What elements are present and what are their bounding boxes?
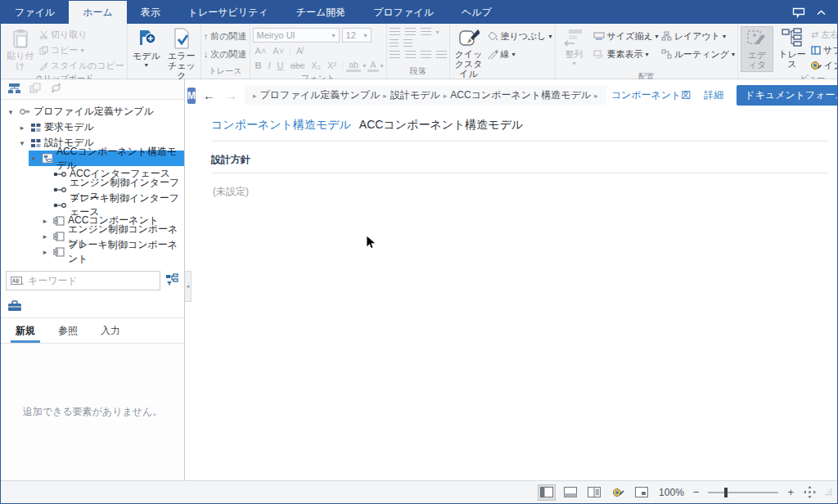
menu-tab-6[interactable]: ヘルプ xyxy=(448,1,506,24)
element-display-button[interactable]: 要素表示▾ xyxy=(593,47,659,61)
align-elements-button[interactable]: 整列 ▾ xyxy=(558,26,591,70)
trace-view-icon xyxy=(782,28,803,49)
palette-tab-2[interactable]: 入力 xyxy=(91,318,130,343)
paste-button[interactable]: 貼り付け xyxy=(4,26,37,72)
document-form-view-button[interactable]: ドキュメントフォーム xyxy=(737,85,838,106)
zoom-in-button[interactable]: + xyxy=(787,486,794,498)
minimap-toggle-button[interactable] xyxy=(633,485,650,500)
expander-icon[interactable]: ▾ xyxy=(29,155,38,163)
feedback-icon[interactable] xyxy=(792,7,805,18)
model-tree-icon[interactable] xyxy=(7,83,21,97)
fit-to-view-button[interactable] xyxy=(801,485,818,500)
search-box[interactable] xyxy=(6,271,160,290)
next-relation-button[interactable]: ↓ 次の関連 xyxy=(204,47,247,61)
ribbon-group-clipboard: 貼り付け 切り取り コピー▾ スタイルのコピー xyxy=(2,25,128,79)
italic-button[interactable]: I xyxy=(266,61,273,70)
fill-button[interactable]: 塗りつぶし▾ xyxy=(488,29,552,43)
forward-button[interactable]: → xyxy=(223,88,240,102)
back-button[interactable]: ← xyxy=(200,88,218,102)
tree-item[interactable]: ブレーキ制御インターフェース xyxy=(1,197,184,213)
inspector-button[interactable]: インスペクタ xyxy=(811,59,838,72)
font-color-button[interactable]: A xyxy=(367,60,378,72)
highlight-color-button[interactable]: ab xyxy=(346,60,361,72)
model-button[interactable]: モデル ▾ xyxy=(130,26,163,72)
clear-format-button[interactable]: A̸ xyxy=(294,46,304,56)
expander-icon[interactable]: ▸ xyxy=(40,232,50,241)
resize-grip[interactable] xyxy=(825,487,832,498)
align-justify-icon[interactable] xyxy=(436,51,447,59)
bullet-list-icon[interactable] xyxy=(390,28,400,36)
subscript-button[interactable]: X₂ xyxy=(309,61,323,70)
shrink-font-button[interactable]: A˅ xyxy=(270,46,286,56)
swap-lr-button[interactable]: ⇄ 左右を入れ替え xyxy=(811,28,838,41)
size-align-button[interactable]: サイズ揃え▾ xyxy=(593,29,659,43)
collapse-ribbon-icon[interactable] xyxy=(817,10,826,16)
decrease-indent-icon[interactable] xyxy=(390,39,399,47)
style-copy-button[interactable]: スタイルのコピー xyxy=(39,59,124,72)
breadcrumb-item-1[interactable]: 設計モデル xyxy=(390,88,440,102)
menu-tab-1[interactable]: ホーム xyxy=(69,1,127,24)
menu-tab-3[interactable]: トレーサビリティ xyxy=(174,1,282,24)
editor-view-button[interactable]: エディタ xyxy=(741,26,773,72)
font-size-select[interactable]: 12▾ xyxy=(342,28,372,43)
expander-icon[interactable]: ▸ xyxy=(17,124,27,132)
zoom-out-button[interactable]: − xyxy=(693,486,700,498)
tree-item[interactable]: ▾ACCコンポーネント構造モデル xyxy=(1,151,184,166)
breadcrumb-separator: ▸ xyxy=(444,92,448,100)
unset-value[interactable]: (未設定) xyxy=(213,185,837,199)
zoom-slider-handle[interactable] xyxy=(724,488,728,497)
strikethrough-button[interactable]: abc xyxy=(288,61,308,70)
tree-item[interactable]: ▸要求モデル xyxy=(1,119,184,135)
editor-icon xyxy=(746,29,768,50)
increase-indent-icon[interactable] xyxy=(403,39,412,47)
ribbon-group-view: エディタ トレース ⇄ 左右を入れ替え サブエディタ xyxy=(738,25,838,79)
view-link-1[interactable]: 詳細 xyxy=(704,88,723,102)
splitter-collapse-handle[interactable]: ◂ xyxy=(185,271,191,302)
sync-icon[interactable] xyxy=(50,83,62,96)
superscript-button[interactable]: X² xyxy=(325,61,339,70)
align-center-icon[interactable] xyxy=(405,51,416,59)
filter-model-icon[interactable] xyxy=(164,273,179,289)
line-button[interactable]: 線▾ xyxy=(488,47,552,61)
inspector-toggle-button[interactable] xyxy=(610,485,626,500)
underline-button[interactable]: U xyxy=(275,61,286,70)
duplicate-icon[interactable] xyxy=(29,83,42,96)
tree-item[interactable]: ▾プロファイル定義サンプル xyxy=(1,104,184,119)
breadcrumb-item-2[interactable]: ACCコンポーネント構造モデル xyxy=(450,88,591,102)
layout-button[interactable]: レイアウト▾ xyxy=(661,29,735,43)
align-right-icon[interactable] xyxy=(421,51,431,59)
expander-icon[interactable]: ▸ xyxy=(40,248,50,256)
align-left-icon[interactable] xyxy=(390,51,400,59)
routing-button[interactable]: ルーティング▾ xyxy=(661,47,735,61)
zoom-slider[interactable] xyxy=(708,492,778,493)
palette-tab-0[interactable]: 新規 xyxy=(6,318,45,343)
model-tree: ▾プロファイル定義サンプル▸要求モデル▾設計モデル▾ACCコンポーネント構造モデ… xyxy=(1,100,184,259)
horizontal-split-button[interactable] xyxy=(562,485,579,500)
expander-icon[interactable]: ▸ xyxy=(40,217,50,225)
font-name-select[interactable]: Meiryo UI▾ xyxy=(253,28,340,43)
subeditor-button[interactable]: サブエディタ xyxy=(811,43,838,56)
cut-button[interactable]: 切り取り xyxy=(39,28,124,41)
tree-item[interactable]: ▸ブレーキ制御コンポーネント xyxy=(1,244,184,259)
menu-tab-4[interactable]: チーム開発 xyxy=(282,1,360,24)
menu-tab-0[interactable]: ファイル xyxy=(1,1,69,24)
vertical-split-button[interactable] xyxy=(586,485,602,500)
numbered-list-icon[interactable] xyxy=(405,28,416,36)
trace-view-button[interactable]: トレース xyxy=(776,26,809,70)
view-link-0[interactable]: コンポーネント図 xyxy=(611,88,692,102)
line-icon xyxy=(488,49,498,59)
menu-tab-2[interactable]: 表示 xyxy=(127,1,174,24)
breadcrumb-item-0[interactable]: プロファイル定義サンプル xyxy=(260,88,381,102)
multilevel-list-icon[interactable] xyxy=(421,28,431,36)
palette-tab-1[interactable]: 参照 xyxy=(48,318,88,343)
prev-relation-button[interactable]: ↑ 前の関連 xyxy=(204,29,247,43)
keyword-search-input[interactable] xyxy=(28,275,160,286)
bold-button[interactable]: B xyxy=(253,61,264,70)
navigator-layout-button[interactable] xyxy=(538,485,555,500)
element-display-icon xyxy=(593,50,605,59)
menu-tab-5[interactable]: プロファイル xyxy=(359,1,448,24)
expander-icon[interactable]: ▾ xyxy=(17,139,27,147)
expander-icon[interactable]: ▾ xyxy=(6,108,16,116)
grow-font-button[interactable]: A˄ xyxy=(253,46,269,56)
copy-button[interactable]: コピー▾ xyxy=(39,43,124,56)
